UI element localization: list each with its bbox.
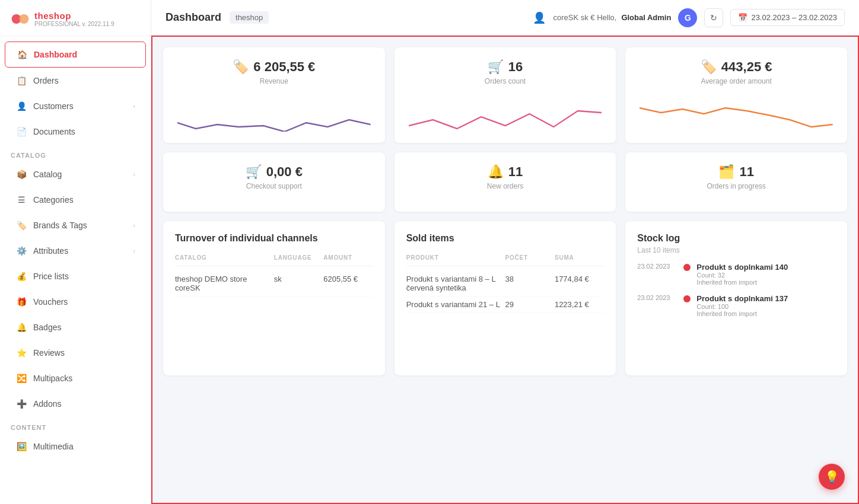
sidebar-label-orders: Orders [33, 76, 135, 85]
orders-count-value: 🛒 16 [409, 59, 602, 75]
svg-point-1 [19, 14, 28, 24]
topbar-right: 👤 coreSK sk € Hello, Global Admin G ↻ 📅 … [533, 8, 845, 27]
avatar[interactable]: G [678, 8, 697, 27]
new-orders-label: New orders [409, 182, 602, 190]
fab-button[interactable]: 💡 [819, 464, 845, 490]
sold-items-panel: Sold items PRODUKT POČET SUMA Produkt s … [394, 221, 616, 375]
orders-icon: 📋 [15, 75, 27, 87]
sum-col-header: SUMA [555, 254, 604, 261]
revenue-label: Revenue [177, 77, 371, 85]
sidebar: theshop PROFESSIONAL v. 2022.11.9 🏠 Dash… [0, 0, 151, 504]
chevron-right-icon: › [133, 171, 135, 178]
sidebar-nav: 🏠 Dashboard 📋 Orders 👤 Customers › 📄 Doc… [0, 36, 151, 504]
sold-product-0: Produkt s variantami 8 – L červená synte… [406, 275, 505, 292]
turnover-language: sk [274, 275, 323, 292]
stock-count-1: Count: 100 [696, 303, 835, 310]
table-row: theshop DEMO store coreSK sk 6205,55 € [175, 271, 373, 296]
new-orders-value: 🔔 11 [409, 164, 602, 180]
revenue-chart [177, 90, 371, 133]
sidebar-label-categories: Categories [33, 195, 135, 205]
in-progress-value: 🗂️ 11 [640, 164, 833, 180]
sidebar-item-multipacks[interactable]: 🔀 Multipacks [5, 366, 146, 391]
turnover-amount: 6205,55 € [323, 275, 373, 292]
user-context: coreSK sk € Hello, [553, 13, 616, 22]
stock-name-0: Produkt s doplnkami 140 [696, 263, 835, 272]
reviews-icon: ⭐ [15, 347, 27, 359]
list-item: 23.02 2023 Produkt s doplnkami 137 Count… [637, 294, 835, 317]
brands-icon: 🏷️ [15, 219, 27, 231]
in-progress-header: 🗂️ 11 Orders in progress [640, 164, 833, 195]
sidebar-item-badges[interactable]: 🔔 Badges [5, 315, 146, 340]
table-row: Produkt s variantami 8 – L červená synte… [406, 271, 605, 296]
metric-avg-order: 🏷️ 443,25 € Average order amount [625, 47, 847, 143]
panels-row: Turnover of individual channels CATALOG … [163, 221, 847, 375]
dashboard-content: 🏷️ 6 205,55 € Revenue [151, 36, 859, 504]
stock-date-0: 23.02 2023 [637, 263, 677, 286]
sidebar-label-badges: Badges [33, 323, 135, 332]
metric-revenue: 🏷️ 6 205,55 € Revenue [163, 47, 385, 143]
home-icon: 🏠 [16, 49, 28, 60]
categories-icon: ☰ [15, 194, 27, 206]
user-icon: 👤 [533, 11, 546, 24]
sidebar-label-documents: Documents [33, 127, 135, 136]
sidebar-item-addons[interactable]: ➕ Addons [5, 391, 146, 416]
page-title: Dashboard [166, 11, 221, 24]
pricelists-icon: 💰 [15, 270, 27, 282]
turnover-panel: Turnover of individual channels CATALOG … [163, 221, 385, 375]
sold-product-1: Produkt s variantami 21 – L [406, 300, 505, 309]
sidebar-label-multipacks: Multipacks [33, 374, 135, 383]
checkout-value: 🛒 0,00 € [177, 164, 371, 180]
sidebar-item-brands[interactable]: 🏷️ Brands & Tags › [5, 213, 146, 238]
shop-tag[interactable]: theshop [230, 11, 269, 24]
revenue-value: 🏷️ 6 205,55 € [177, 59, 371, 75]
refresh-button[interactable]: ↻ [704, 8, 723, 27]
product-col-header: PRODUKT [406, 254, 505, 261]
sidebar-item-orders[interactable]: 📋 Orders [5, 68, 146, 93]
chevron-right-icon: › [133, 103, 135, 110]
list-item: 23.02 2023 Produkt s doplnkami 140 Count… [637, 263, 835, 286]
sold-count-0: 38 [505, 275, 554, 292]
catalog-icon: 📦 [15, 168, 27, 180]
sidebar-item-categories[interactable]: ☰ Categories [5, 187, 146, 212]
bell-icon: 🔔 [488, 164, 504, 180]
sidebar-item-catalog[interactable]: 📦 Catalog › [5, 162, 146, 187]
topbar-left: Dashboard theshop [166, 11, 533, 24]
stock-dot-icon [683, 264, 691, 271]
sidebar-label-pricelists: Price lists [33, 272, 135, 281]
turnover-catalog: theshop DEMO store coreSK [175, 275, 274, 292]
stock-info-1: Produkt s doplnkami 137 Count: 100 Inher… [696, 294, 835, 317]
catalog-section-header: CATALOG [0, 145, 151, 161]
sidebar-item-vouchers[interactable]: 🎁 Vouchers [5, 289, 146, 314]
avg-order-chart [640, 90, 833, 133]
logo-icon [11, 9, 30, 28]
stock-log-panel: Stock log Last 10 items 23.02 2023 Produ… [625, 221, 847, 375]
sidebar-label-reviews: Reviews [33, 348, 135, 358]
count-col-header: POČET [505, 254, 554, 261]
attributes-icon: ⚙️ [15, 245, 27, 257]
date-range-value: 23.02.2023 – 23.02.2023 [751, 13, 837, 22]
sidebar-item-documents[interactable]: 📄 Documents [5, 119, 146, 144]
sold-sum-1: 1223,21 € [555, 300, 604, 309]
sold-items-header: PRODUKT POČET SUMA [406, 254, 605, 266]
stock-date-1: 23.02 2023 [637, 294, 677, 317]
sidebar-label-multimedia: Multimedia [33, 442, 135, 451]
metric-orders-count: 🛒 16 Orders count [394, 47, 616, 143]
app-name: theshop [34, 11, 114, 21]
vouchers-icon: 🎁 [15, 296, 27, 308]
app-tier: PROFESSIONAL v. 2022.11.9 [34, 21, 114, 27]
main-area: Dashboard theshop 👤 coreSK sk € Hello, G… [151, 0, 859, 504]
stock-count-0: Count: 32 [696, 272, 835, 279]
basket-icon: 🛒 [488, 59, 504, 75]
metric-in-progress: 🗂️ 11 Orders in progress [625, 152, 847, 212]
sidebar-item-customers[interactable]: 👤 Customers › [5, 94, 146, 119]
sidebar-item-pricelists[interactable]: 💰 Price lists [5, 264, 146, 289]
sidebar-item-dashboard[interactable]: 🏠 Dashboard [5, 42, 146, 68]
sidebar-label-dashboard: Dashboard [34, 50, 135, 59]
sidebar-item-multimedia[interactable]: 🖼️ Multimedia [5, 434, 146, 459]
content-section-header: CONTENT [0, 417, 151, 433]
calendar-icon: 📅 [738, 13, 747, 22]
sidebar-item-reviews[interactable]: ⭐ Reviews [5, 340, 146, 365]
date-range-picker[interactable]: 📅 23.02.2023 – 23.02.2023 [730, 9, 845, 26]
metric-checkout: 🛒 0,00 € Checkout support [163, 152, 385, 212]
sidebar-item-attributes[interactable]: ⚙️ Attributes › [5, 238, 146, 263]
